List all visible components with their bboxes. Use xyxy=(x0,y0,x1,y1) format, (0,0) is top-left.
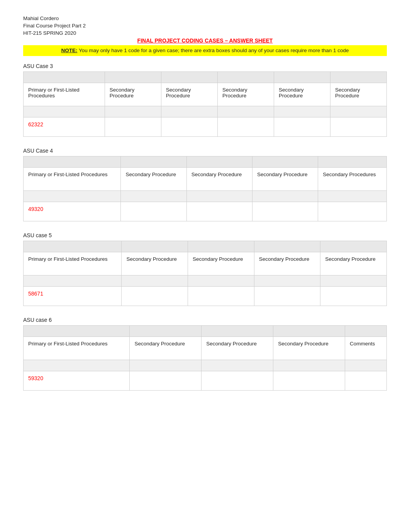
empty-cell-3-1 xyxy=(122,287,188,306)
empty-cell-4-3 xyxy=(273,371,345,391)
empty-cell-4-2 xyxy=(202,371,273,391)
empty-cell-2-3 xyxy=(252,202,318,221)
case-title-4: ASU case 6 xyxy=(23,317,387,323)
note-line: NOTE: You may only have 1 code for a giv… xyxy=(23,45,387,56)
table-mid-shade xyxy=(188,275,254,287)
table-header-shade xyxy=(186,156,252,168)
col-header-2: Secondary Procedure xyxy=(188,252,254,275)
table-mid-shade xyxy=(254,275,320,287)
col-header-1: Secondary Procedure xyxy=(122,252,188,275)
table-mid-shade xyxy=(320,275,387,287)
table-header-shade xyxy=(24,241,122,252)
empty-cell-2-2 xyxy=(186,202,252,221)
col-header-2: Secondary Procedure xyxy=(161,83,217,106)
col-header-3: Secondary Procedure xyxy=(217,83,274,106)
col-header-0: Primary or First-Listed Procedures xyxy=(24,168,121,191)
table-header-shade xyxy=(252,156,318,168)
table-header-shade xyxy=(161,72,217,83)
case-section-3: ASU case 5 Primary or First-Listed Proce… xyxy=(23,232,387,306)
table-header-shade xyxy=(217,72,274,83)
code-value-3: 58671 xyxy=(28,291,43,297)
empty-cell-3-3 xyxy=(254,287,320,306)
case-section-4: ASU case 6 Primary or First-Listed Proce… xyxy=(23,317,387,391)
col-header-2: Secondary Procedure xyxy=(186,168,252,191)
code-cell-3: 58671 xyxy=(24,287,122,306)
empty-cell-2-1 xyxy=(121,202,186,221)
table-mid-shade xyxy=(24,106,105,117)
col-header-4: Secondary Procedure xyxy=(320,252,387,275)
table-mid-shade xyxy=(24,360,130,371)
table-mid-shade xyxy=(273,360,345,371)
col-header-3: Secondary Procedure xyxy=(254,252,320,275)
case-title-2: ASU Case 4 xyxy=(23,148,387,154)
table-header-shade xyxy=(24,156,121,168)
empty-cell-3-2 xyxy=(188,287,254,306)
table-header-shade xyxy=(330,72,386,83)
table-header-shade xyxy=(320,241,387,252)
col-header-2: Secondary Procedure xyxy=(202,337,273,360)
table-mid-shade xyxy=(130,360,202,371)
case-title-3: ASU case 5 xyxy=(23,232,387,238)
col-header-1: Secondary Procedure xyxy=(121,168,186,191)
case-table-2: Primary or First-Listed ProceduresSecond… xyxy=(23,156,387,221)
table-mid-shade xyxy=(217,106,274,117)
table-header-shade xyxy=(188,241,254,252)
case-table-3: Primary or First-Listed ProceduresSecond… xyxy=(23,241,387,306)
col-header-4: Secondary Procedures xyxy=(318,168,387,191)
table-header-shade xyxy=(202,326,273,337)
col-header-0: Primary or First-Listed Procedures xyxy=(24,83,105,106)
col-header-1: Secondary Procedure xyxy=(105,83,161,106)
table-mid-shade xyxy=(105,106,161,117)
col-header-3: Secondary Procedure xyxy=(273,337,345,360)
empty-cell-1-2 xyxy=(161,117,217,137)
code-value-2: 49320 xyxy=(28,206,43,212)
cases-container: ASU Case 3 Primary or First-Listed Proce… xyxy=(23,63,387,391)
empty-cell-1-3 xyxy=(217,117,274,137)
col-header-1: Secondary Procedure xyxy=(130,337,202,360)
col-header-4: Comments xyxy=(345,337,387,360)
col-header-0: Primary or First-Listed Procedures xyxy=(24,337,130,360)
code-value-4: 59320 xyxy=(28,375,43,381)
table-header-shade xyxy=(105,72,161,83)
col-header-5: Secondary Procedure xyxy=(330,83,386,106)
table-mid-shade xyxy=(24,275,122,287)
empty-cell-2-4 xyxy=(318,202,387,221)
code-value-1: 62322 xyxy=(28,121,43,127)
table-mid-shade xyxy=(330,106,386,117)
table-header-shade xyxy=(318,156,387,168)
col-header-3: Secondary Procedure xyxy=(252,168,318,191)
case-section-2: ASU Case 4 Primary or First-Listed Proce… xyxy=(23,148,387,221)
note-text: You may only have 1 code for a given cas… xyxy=(77,48,349,53)
table-mid-shade xyxy=(345,360,387,371)
case-table-1: Primary or First-Listed ProceduresSecond… xyxy=(23,71,387,137)
table-mid-shade xyxy=(318,191,387,202)
table-header-shade xyxy=(24,72,105,83)
empty-cell-3-4 xyxy=(320,287,387,306)
empty-cell-1-1 xyxy=(105,117,161,137)
code-cell-2: 49320 xyxy=(24,202,121,221)
course-info: HIT-215 SPRING 2020 xyxy=(23,30,387,36)
table-header-shade xyxy=(273,326,345,337)
table-header-shade xyxy=(121,156,186,168)
table-mid-shade xyxy=(122,275,188,287)
table-mid-shade xyxy=(186,191,252,202)
code-cell-4: 59320 xyxy=(24,371,130,391)
col-header-4: Secondary Procedure xyxy=(274,83,330,106)
page-title: FINAL PROJECT CODING CASES – ANSWER SHEE… xyxy=(23,37,387,44)
case-table-4: Primary or First-Listed ProceduresSecond… xyxy=(23,325,387,391)
table-mid-shade xyxy=(24,191,121,202)
note-label: NOTE: xyxy=(61,48,77,53)
empty-cell-1-5 xyxy=(330,117,386,137)
table-mid-shade xyxy=(121,191,186,202)
table-mid-shade xyxy=(161,106,217,117)
case-title-1: ASU Case 3 xyxy=(23,63,387,69)
empty-cell-4-1 xyxy=(130,371,202,391)
table-header-shade xyxy=(130,326,202,337)
empty-cell-1-4 xyxy=(274,117,330,137)
code-cell-1: 62322 xyxy=(24,117,105,137)
author-name: Mahial Cordero xyxy=(23,15,387,21)
case-section-1: ASU Case 3 Primary or First-Listed Proce… xyxy=(23,63,387,137)
table-header-shade xyxy=(345,326,387,337)
table-mid-shade xyxy=(274,106,330,117)
table-header-shade xyxy=(274,72,330,83)
